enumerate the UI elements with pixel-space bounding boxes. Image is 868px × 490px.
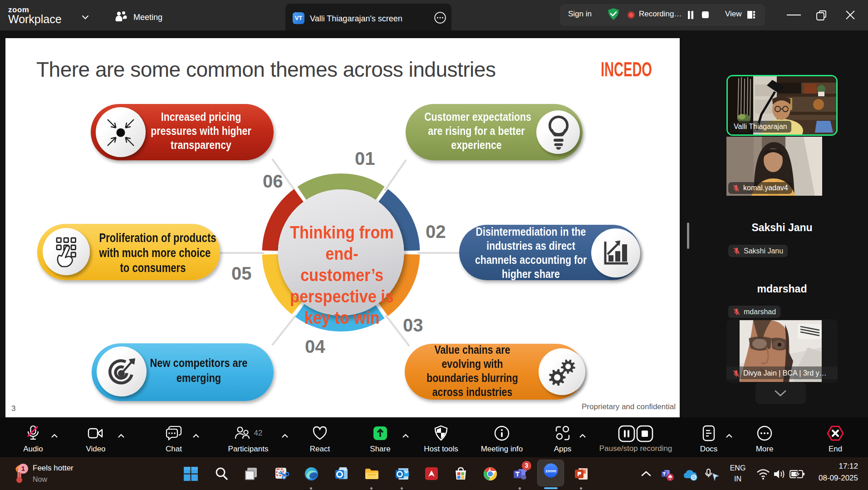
svg-text:zoom: zoom: [545, 469, 556, 473]
